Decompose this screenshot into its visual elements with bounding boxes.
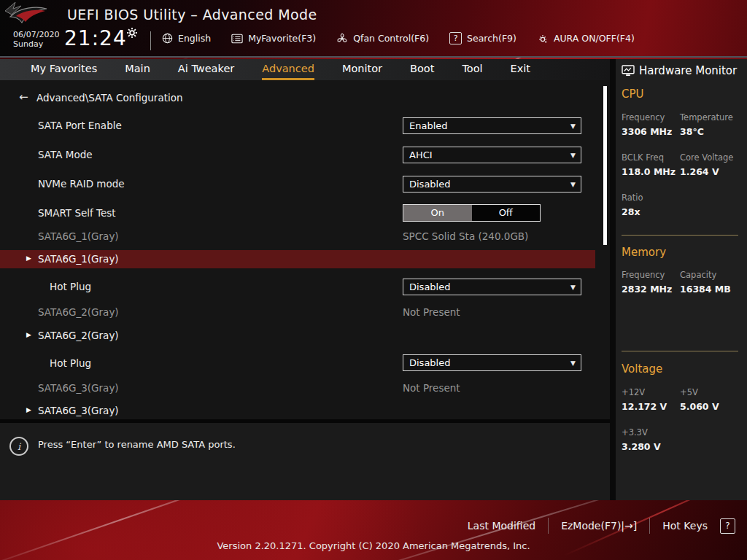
metric-values: 3306 MHz 38°C <box>622 126 744 137</box>
info-icon: i <box>9 437 28 456</box>
language-button[interactable]: English <box>162 33 211 44</box>
tab-monitor[interactable]: Monitor <box>342 59 382 80</box>
globe-icon <box>162 33 173 44</box>
dropdown-sata-port-enable[interactable]: Enabled ▼ <box>403 117 581 134</box>
dropdown-value: Enabled <box>409 120 448 131</box>
myfavorite-button[interactable]: MyFavorite(F3) <box>231 33 316 44</box>
metric-values: 3.280 V <box>622 441 744 452</box>
dropdown-nvme-raid-mode[interactable]: Disabled ▼ <box>403 176 581 192</box>
drive-value-sata6g1: SPCC Solid Sta (240.0GB) <box>403 230 528 242</box>
list-item-sata6g1[interactable]: ▶ SATA6G_1(Gray) <box>0 250 595 268</box>
metric-value: 12.172 V <box>622 401 680 412</box>
metric-value: 3.280 V <box>622 441 680 452</box>
dropdown-hot-plug-1[interactable]: Disabled ▼ <box>403 279 581 295</box>
tab-exit[interactable]: Exit <box>511 59 530 80</box>
hot-keys-help-icon[interactable]: ? <box>720 518 735 534</box>
aura-button[interactable]: AURA ON/OFF(F4) <box>537 33 635 44</box>
metric-value: 118.0 MHz <box>622 166 680 177</box>
tab-advanced[interactable]: Advanced <box>262 59 314 80</box>
metric-labels: Ratio <box>622 192 744 203</box>
chevron-down-icon: ▼ <box>570 356 576 371</box>
qfan-label: Qfan Control(F6) <box>353 33 429 44</box>
list-item-label: SATA6G_3(Gray) <box>38 405 119 416</box>
dropdown-value: Disabled <box>409 179 450 190</box>
drive-value-sata6g2: Not Present <box>403 306 460 318</box>
qfan-control-button[interactable]: Qfan Control(F6) <box>336 33 429 44</box>
fan-icon <box>336 33 348 44</box>
drive-label-sata6g1: SATA6G_1(Gray) <box>38 230 119 242</box>
metric-label: Ratio <box>622 192 680 203</box>
metric-value: 3306 MHz <box>622 126 680 137</box>
time-display: 21:24 <box>64 26 127 50</box>
date-display: 06/07/2020 Sunday <box>13 30 59 49</box>
drive-label-sata6g2: SATA6G_2(Gray) <box>38 306 119 318</box>
dropdown-hot-plug-2[interactable]: Disabled ▼ <box>403 354 581 371</box>
metric-value: 16384 MB <box>680 284 731 295</box>
metric-labels: +3.3V <box>622 427 744 438</box>
metric-label: Temperature <box>680 112 733 122</box>
tab-boot[interactable]: Boot <box>410 59 434 80</box>
hardware-monitor-title: Hardware Monitor <box>639 64 737 77</box>
metric-label: BCLK Freq <box>622 152 680 163</box>
setting-label-hot-plug-2: Hot Plug <box>50 357 91 369</box>
ezmode-button[interactable]: EzMode(F7)|→] <box>561 520 637 532</box>
hardware-monitor-header: Hardware Monitor <box>622 64 737 77</box>
chevron-down-icon: ▼ <box>570 280 576 295</box>
item-arrow-icon: ▶ <box>26 331 31 338</box>
last-modified-button[interactable]: Last Modified <box>468 520 535 532</box>
setting-label-smart-self-test: SMART Self Test <box>38 207 116 219</box>
tab-ai-tweaker[interactable]: Ai Tweaker <box>178 59 234 80</box>
metric-labels: BCLK Freq Core Voltage <box>622 152 744 163</box>
favorite-list-icon <box>231 34 243 44</box>
dropdown-value: Disabled <box>409 281 450 292</box>
tab-main[interactable]: Main <box>125 59 150 80</box>
version-text: Version 2.20.1271. Copyright (C) 2020 Am… <box>0 540 747 551</box>
footer-divider <box>649 518 650 534</box>
drive-label-sata6g3: SATA6G_3(Gray) <box>38 382 119 394</box>
date-value: 06/07/2020 <box>13 30 59 39</box>
clock-settings-gear-icon[interactable] <box>127 28 137 38</box>
bios-screen: UEFI BIOS Utility – Advanced Mode 06/07/… <box>0 0 747 560</box>
item-arrow-icon: ▶ <box>26 254 31 262</box>
section-divider <box>622 235 738 236</box>
language-label: English <box>178 33 211 44</box>
tab-tool[interactable]: Tool <box>462 59 482 80</box>
hot-keys-button[interactable]: Hot Keys <box>662 520 708 532</box>
scrollbar-thumb[interactable] <box>603 86 607 245</box>
section-title-memory: Memory <box>622 246 666 259</box>
toggle-smart-self-test[interactable]: On Off <box>403 204 541 222</box>
toggle-option-off[interactable]: Off <box>472 205 541 221</box>
panel-gap <box>610 59 616 500</box>
metric-labels: +12V +5V <box>622 387 744 397</box>
back-arrow-icon[interactable]: ← <box>19 90 28 104</box>
list-item-label: SATA6G_2(Gray) <box>38 330 119 341</box>
item-arrow-icon: ▶ <box>26 406 31 413</box>
dropdown-value: AHCI <box>409 149 433 160</box>
list-item-sata6g2[interactable]: ▶ SATA6G_2(Gray) <box>0 327 595 345</box>
footer-bar: Last Modified EzMode(F7)|→] Hot Keys ? <box>468 518 735 534</box>
list-item-sata6g3[interactable]: ▶ SATA6G_3(Gray) <box>0 402 595 420</box>
metric-values: 118.0 MHz 1.264 V <box>622 166 744 177</box>
metric-value: 5.060 V <box>680 401 719 412</box>
metric-labels: Frequency Capacity <box>622 270 744 280</box>
myfavorite-label: MyFavorite(F3) <box>248 33 316 44</box>
section-title-cpu: CPU <box>622 88 644 101</box>
breadcrumb-label: Advanced\SATA Configuration <box>36 92 183 104</box>
metric-label: Frequency <box>622 112 680 122</box>
search-button[interactable]: ? Search(F9) <box>449 32 516 44</box>
dropdown-value: Disabled <box>409 357 450 368</box>
metric-values: 2832 MHz 16384 MB <box>622 284 744 295</box>
metric-labels: Frequency Temperature <box>622 112 744 122</box>
toggle-option-on[interactable]: On <box>403 205 472 221</box>
dropdown-sata-mode[interactable]: AHCI ▼ <box>403 147 581 163</box>
metric-value: 28x <box>622 206 680 217</box>
day-value: Sunday <box>13 39 59 49</box>
help-text: Press “Enter” to rename AMD SATA ports. <box>38 439 236 450</box>
tab-my-favorites[interactable]: My Favorites <box>31 59 97 80</box>
chevron-down-icon: ▼ <box>570 177 576 192</box>
setting-label-hot-plug-1: Hot Plug <box>50 281 91 292</box>
header-divider <box>150 31 151 50</box>
aura-label: AURA ON/OFF(F4) <box>554 33 635 44</box>
footer-divider <box>548 518 549 534</box>
search-label: Search(F9) <box>467 33 516 44</box>
